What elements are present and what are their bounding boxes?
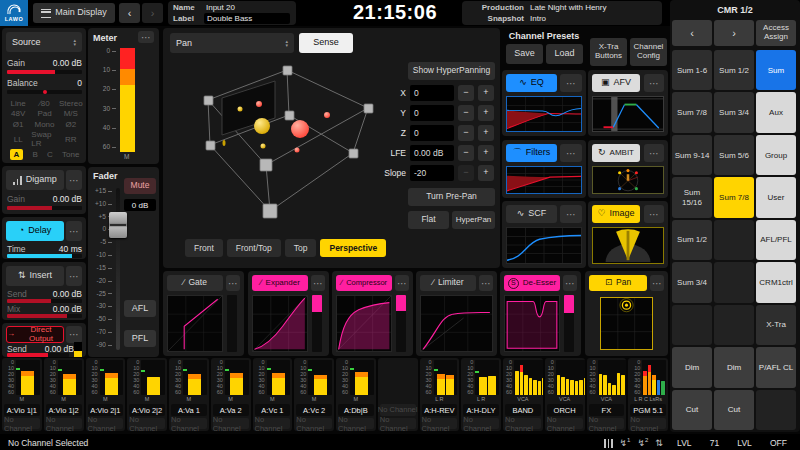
image-options-button[interactable]: ⋯ — [644, 205, 664, 223]
delay-time-slider[interactable] — [7, 254, 82, 258]
preset-load-button[interactable]: Load — [546, 44, 583, 64]
source-ab-option-c[interactable]: C — [47, 150, 53, 159]
source-option[interactable]: RR — [58, 130, 84, 148]
sidebar-key-sum[interactable]: Sum — [756, 50, 796, 90]
pan-source-ball-yellow[interactable] — [254, 118, 270, 134]
source-option[interactable]: Mono — [31, 119, 57, 130]
direct-send-slider[interactable] — [7, 353, 69, 357]
main-display-button[interactable]: Main Display — [33, 3, 115, 23]
source-ab-option-a[interactable]: A — [10, 149, 24, 160]
source-ab-option-tone[interactable]: Tone — [62, 150, 79, 159]
sidebar-key-sum-5-6[interactable]: Sum 5/6 — [714, 135, 754, 175]
scf-button[interactable]: ∿SCF — [506, 205, 557, 223]
ambit-options-button[interactable]: ⋯ — [644, 144, 664, 162]
afv-graph[interactable] — [592, 96, 664, 132]
source-option[interactable]: M/S — [58, 109, 84, 120]
afv-options-button[interactable]: ⋯ — [644, 74, 664, 92]
sidebar-key-p-afl-cl[interactable]: P/AFL CL — [756, 347, 796, 387]
expander-options-button[interactable]: ⋯ — [311, 275, 325, 291]
deesser-graph[interactable] — [504, 295, 560, 352]
pan-slope-input[interactable]: -20 — [410, 165, 454, 181]
source-option[interactable]: Ø2 — [58, 119, 84, 130]
gate-graph[interactable] — [167, 295, 223, 352]
pan-y-plus-button[interactable]: + — [478, 105, 494, 121]
sidebar-key-x-tra[interactable]: X-Tra — [756, 305, 796, 345]
meter-channel-assign[interactable]: No Channel — [255, 418, 291, 429]
digamp-button[interactable]: Digamp — [6, 170, 64, 190]
sidebar-prev-button[interactable]: ‹ — [672, 20, 712, 46]
meter-channel-assign[interactable]: No Channel — [589, 418, 625, 429]
filters-options-button[interactable]: ⋯ — [560, 144, 582, 162]
delay-button[interactable]: ◔ Delay — [6, 221, 64, 241]
meter-channel-assign[interactable]: No Channel — [547, 418, 583, 429]
tab-front[interactable]: Front — [185, 239, 223, 257]
sidebar-key-sum-9-14[interactable]: Sum 9-14 — [672, 135, 712, 175]
delay-options-button[interactable]: ⋯ — [66, 221, 82, 241]
gain-slider[interactable] — [7, 70, 82, 74]
limiter-button[interactable]: ∕Limiter — [420, 275, 476, 291]
source-select[interactable]: Source ▴▾ — [6, 32, 82, 52]
pan-x-minus-button[interactable]: − — [458, 85, 474, 101]
source-option[interactable]: Pad — [31, 109, 57, 120]
meter-channel-assign[interactable]: No Channel — [129, 418, 165, 429]
meter-channel-assign[interactable]: No Channel — [422, 418, 458, 429]
expander-graph[interactable] — [252, 295, 308, 352]
hyperpan-button[interactable]: HyperPan — [452, 211, 495, 229]
direct-output-button[interactable]: → Direct Output — [6, 326, 64, 343]
sidebar-key-sum-15-16[interactable]: Sum 15/16 — [672, 177, 712, 217]
pan-slope-minus-button[interactable]: − — [458, 165, 474, 181]
access-assign-button[interactable]: Access Assign — [756, 20, 796, 46]
sidebar-key-sum-1-2[interactable]: Sum 1/2 — [714, 50, 754, 90]
source-option[interactable]: Stereo — [58, 98, 84, 109]
pan-z-minus-button[interactable]: − — [458, 125, 474, 141]
direct-output-options-button[interactable]: ⋯ — [66, 326, 82, 343]
ambit-button[interactable]: ↻AMBIT — [592, 144, 640, 162]
pan-dyn-options-button[interactable]: ⋯ — [650, 275, 664, 291]
show-hyperpanning-button[interactable]: Show HyperPanning — [408, 62, 495, 80]
meter-channel-assign[interactable]: No Channel — [463, 418, 499, 429]
scf-graph[interactable] — [506, 227, 582, 264]
limiter-options-button[interactable]: ⋯ — [479, 275, 493, 291]
image-button[interactable]: ♡Image — [592, 205, 640, 223]
sidebar-next-button[interactable]: › — [714, 20, 754, 46]
pan-z-plus-button[interactable]: + — [478, 125, 494, 141]
meter-channel-assign[interactable]: No Channel — [296, 418, 332, 429]
meter-options-button[interactable]: ⋯ — [138, 31, 154, 43]
pan-select[interactable]: Pan ▴▾ — [170, 33, 294, 53]
sidebar-key-sum-7-8[interactable]: Sum 7/8 — [714, 177, 754, 217]
tab-perspective[interactable]: Perspective — [320, 239, 386, 257]
filters-graph[interactable] — [506, 166, 582, 194]
compressor-button[interactable]: ∕Compressor — [336, 275, 392, 291]
meter-channel-assign[interactable]: No Channel — [505, 418, 541, 429]
pan-z-input[interactable]: 0 — [410, 125, 454, 141]
deesser-button[interactable]: S De-Esser — [504, 275, 560, 291]
meter-channel-assign[interactable]: No Channel — [338, 418, 374, 429]
source-option[interactable]: ∕80 — [31, 98, 57, 109]
sidebar-key-crm1ctrl[interactable]: CRM1ctrl — [756, 262, 796, 302]
source-option[interactable]: LL — [5, 130, 31, 148]
source-ab-option-b[interactable]: B — [33, 150, 38, 159]
label-input[interactable]: Double Bass — [204, 13, 290, 24]
nav-prev-button[interactable]: ‹ — [119, 3, 140, 23]
compressor-graph[interactable] — [336, 295, 392, 352]
channel-config-button[interactable]: Channel Config — [630, 38, 667, 66]
meter-channel-assign[interactable]: No Channel — [380, 418, 416, 429]
fader-handle[interactable] — [109, 212, 127, 238]
meter-channel-assign[interactable]: No Channel — [171, 418, 207, 429]
sidebar-key-user[interactable]: User — [756, 177, 796, 217]
sidebar-key-sum-1-6[interactable]: Sum 1-6 — [672, 50, 712, 90]
tab-top[interactable]: Top — [285, 239, 317, 257]
digamp-options-button[interactable]: ⋯ — [66, 170, 82, 190]
pan-dyn-graph[interactable] — [600, 297, 653, 350]
afv-button[interactable]: ▣AFV — [592, 74, 640, 92]
insert-options-button[interactable]: ⋯ — [66, 266, 82, 286]
filters-button[interactable]: ⌒Filters — [506, 144, 557, 162]
source-option[interactable]: Ø1 — [5, 119, 31, 130]
expander-button[interactable]: ∕Expander — [252, 275, 308, 291]
pfl-button[interactable]: PFL — [124, 330, 156, 347]
deesser-options-button[interactable]: ⋯ — [563, 275, 577, 291]
pan-y-input[interactable]: 0 — [410, 105, 454, 121]
pan-3d-view[interactable] — [168, 56, 408, 234]
afl-button[interactable]: AFL — [124, 300, 156, 317]
sidebar-key-cut[interactable]: Cut — [714, 390, 754, 430]
